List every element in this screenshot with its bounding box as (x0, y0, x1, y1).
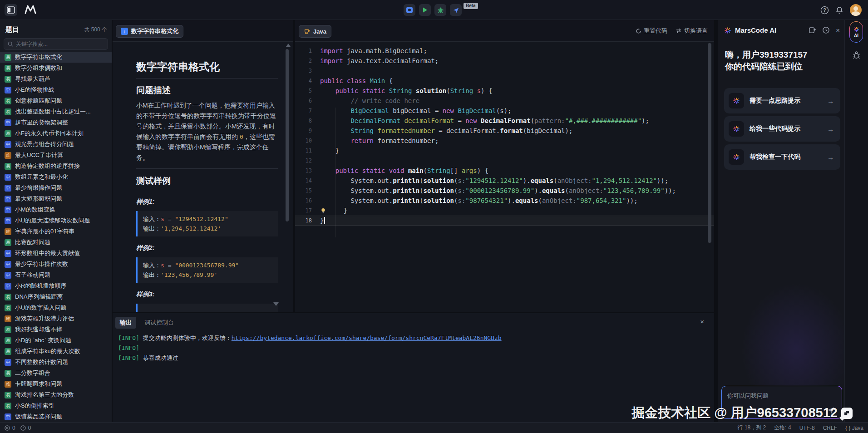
tab-output[interactable]: 输出 (115, 317, 136, 329)
problem-item[interactable]: 难字典序最小的01字符串 (0, 226, 112, 237)
code-line[interactable]: 13 public static void main(String[] args… (295, 166, 714, 176)
problem-item[interactable]: 易二分数字组合 (0, 368, 112, 379)
problem-item[interactable]: 难游戏英雄升级潜力评估 (0, 313, 112, 324)
marscode-logo[interactable] (24, 4, 37, 15)
problem-item[interactable]: 易创意标题匹配问题 (0, 95, 112, 106)
problem-item[interactable]: 易组成字符串ku的最大次数 (0, 346, 112, 357)
problem-item[interactable]: 中超市里的货物架调整 (0, 117, 112, 128)
ai-suggestion-card[interactable]: 给我一些代码提示→ (724, 116, 840, 142)
switch-language-button[interactable]: 切换语言 (676, 27, 708, 35)
java-cup-icon (304, 28, 310, 34)
problem-item[interactable]: 易数字分组求偶数和 (0, 63, 112, 74)
problem-item[interactable]: 易DNA序列编辑距离 (0, 291, 112, 302)
problem-item[interactable]: 中最少前缀操作问题 (0, 182, 112, 193)
problem-tab-label: 数字字符串格式化 (131, 27, 178, 35)
problem-item[interactable]: 中饭馆菜品选择问题 (0, 411, 112, 422)
problem-item[interactable]: 中观光景点组合得分问题 (0, 139, 112, 150)
problem-item[interactable]: 中最少字符串操作次数 (0, 259, 112, 270)
run-config-button[interactable] (404, 4, 415, 16)
close-output-icon[interactable]: × (700, 318, 704, 325)
code-line[interactable]: 2import java.text.DecimalFormat; (295, 56, 714, 66)
problem-item[interactable]: 易构造特定数组的逆序拼接 (0, 161, 112, 172)
problem-item-title: 观光景点组合得分问题 (15, 140, 74, 148)
problem-item[interactable]: 中小U的最大连续移动次数问题 (0, 215, 112, 226)
problem-item[interactable]: 中最大矩形面积问题 (0, 193, 112, 204)
code-line[interactable]: 11 } (295, 146, 714, 156)
status-item[interactable]: CRLF (823, 425, 837, 431)
language-tab[interactable]: Java (299, 25, 331, 38)
scroll-down-indicator[interactable] (273, 302, 279, 306)
difficulty-badge: 中 (5, 283, 11, 290)
error-count[interactable]: 0 (12, 425, 15, 431)
ai-rail-button[interactable]: AI (849, 21, 863, 43)
code-line[interactable]: 4public class Main { (295, 76, 714, 86)
lightbulb-icon[interactable] (320, 207, 326, 214)
code-line[interactable]: 15 System.out.println(solution(s:"000012… (295, 186, 714, 196)
problem-item[interactable]: 中小M的数组变换 (0, 204, 112, 215)
editor-scrollbar[interactable] (708, 43, 711, 243)
feedback-link[interactable]: https://bytedance.larkoffice.com/share/b… (232, 335, 502, 341)
run-button[interactable] (419, 4, 431, 16)
problem-item[interactable]: 易小F的永久代币卡回本计划 (0, 128, 112, 139)
code-line[interactable]: 6 // write code here (295, 96, 714, 106)
code-line[interactable]: 18} (295, 216, 714, 226)
problem-item[interactable]: 中石子移动问题 (0, 270, 112, 280)
problem-item[interactable]: 易寻找最大葫芦 (0, 74, 112, 84)
problem-item[interactable]: 中数组元素之和最小化 (0, 172, 112, 182)
code-line[interactable]: 10 return formattednumber; (295, 136, 714, 146)
code-line[interactable]: 9 String formattednumber = decimalFormat… (295, 126, 714, 136)
problem-scrollbar[interactable] (286, 49, 289, 221)
code-line[interactable]: 5 public static String solution(String s… (295, 86, 714, 96)
submit-button[interactable] (450, 4, 462, 16)
problem-item[interactable]: 易游戏排名第三大的分数 (0, 389, 112, 400)
code-line[interactable]: 8 DecimalFormat decimalFormat = new Deci… (295, 116, 714, 126)
code-line[interactable]: 7 BigDecimal bigDecimal = new BigDecimal… (295, 106, 714, 116)
difficulty-badge: 难 (5, 228, 11, 235)
status-item[interactable]: UTF-8 (799, 425, 815, 431)
problem-item[interactable]: 易数字字符串格式化 (0, 52, 112, 63)
debug-button[interactable] (434, 4, 446, 16)
avatar[interactable] (850, 4, 862, 16)
code-line[interactable]: 17 } (295, 206, 714, 216)
history-icon[interactable] (822, 26, 830, 34)
new-chat-icon[interactable] (809, 26, 816, 34)
problem-tab[interactable]: ↓ 数字字符串格式化 (116, 25, 183, 38)
code-editor[interactable]: Java 重置代码 切换语言 (295, 20, 714, 312)
bell-icon[interactable] (835, 6, 843, 15)
problem-item[interactable]: 易小U的数字插入问题 (0, 302, 112, 313)
ai-suggestion-card[interactable]: 帮我检查一下代码→ (724, 144, 840, 170)
reset-code-button[interactable]: 重置代码 (636, 27, 667, 35)
problem-item[interactable]: 中小R的随机播放顺序 (0, 280, 112, 291)
help-icon[interactable]: ? (820, 6, 829, 15)
search-input[interactable]: 关键字搜索... (4, 38, 108, 50)
problem-item[interactable]: 中不同整数的计数问题 (0, 357, 112, 368)
debug-rail-icon[interactable] (852, 51, 861, 59)
problem-item[interactable]: 易我好想逃却逃不掉 (0, 324, 112, 335)
code-line[interactable]: 12 (295, 156, 714, 166)
code-line[interactable]: 1import java.math.BigDecimal; (295, 46, 714, 56)
problem-item[interactable]: 中环形数组中的最大贡献值 (0, 248, 112, 259)
problem-item[interactable]: 难卡牌翻面求和问题 (0, 379, 112, 389)
tab-debug-console[interactable]: 调试控制台 (144, 319, 174, 327)
sidebar-toggle-button[interactable] (5, 4, 17, 16)
problem-item[interactable]: 易小D的 `abc` 变换问题 (0, 335, 112, 346)
problem-item[interactable]: 难最大UCC子串计算 (0, 150, 112, 161)
code-area[interactable]: 1import java.math.BigDecimal;2import jav… (295, 42, 714, 312)
ai-suggestion-card[interactable]: 需要一点思路提示→ (724, 88, 840, 113)
code-line[interactable]: 3 (295, 66, 714, 76)
scroll-up-arrow[interactable] (286, 44, 291, 47)
problem-item[interactable]: 易找出整型数组中占比超过一... (0, 106, 112, 117)
problem-item[interactable]: 易比赛配对问题 (0, 237, 112, 248)
close-ai-icon[interactable]: × (836, 26, 840, 34)
code-line[interactable]: 16 System.out.println(solution(s:"987654… (295, 196, 714, 206)
arrow-right-icon: → (827, 97, 834, 105)
problem-content[interactable]: 数字字符串格式化 问题描述 小M在工作时遇到了一个问题，他需要将用户输入的不带千… (136, 42, 278, 312)
status-item[interactable]: 行 18，列 2 (738, 424, 766, 432)
problem-item[interactable]: 易小S的倒排索引 (0, 400, 112, 411)
status-item[interactable]: 空格: 4 (774, 424, 791, 432)
warning-count[interactable]: 0 (28, 425, 31, 431)
status-item[interactable]: { } Java (845, 425, 863, 431)
problem-item[interactable]: 中小E的怪物挑战 (0, 84, 112, 95)
difficulty-badge: 难 (5, 381, 11, 388)
code-line[interactable]: 14 System.out.println(solution(s:"129451… (295, 176, 714, 186)
